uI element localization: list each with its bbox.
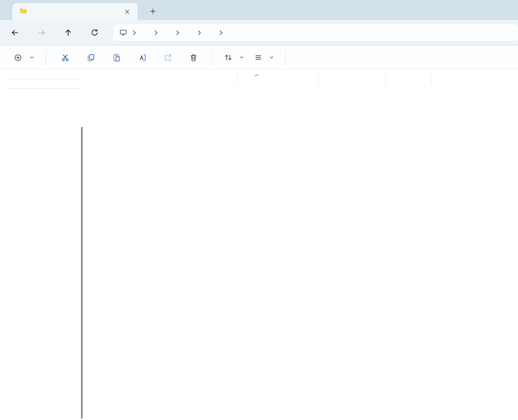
chevron-right-icon xyxy=(151,30,161,35)
toolbar-divider xyxy=(285,51,286,64)
chevron-right-icon xyxy=(130,30,139,35)
delete-button[interactable] xyxy=(180,50,206,65)
sidebar-scrollbar[interactable] xyxy=(81,127,83,419)
refresh-icon xyxy=(91,29,99,37)
copy-icon xyxy=(87,53,95,62)
tab-htdocs[interactable] xyxy=(12,3,138,20)
navigation-bar xyxy=(0,20,518,45)
back-button[interactable] xyxy=(7,25,23,41)
copy-button[interactable] xyxy=(78,50,104,65)
folder-icon xyxy=(19,7,27,16)
paste-button[interactable] xyxy=(104,50,129,65)
file-explorer-window xyxy=(0,0,518,420)
this-pc-icon xyxy=(119,29,127,36)
new-tab-button[interactable] xyxy=(146,5,159,17)
chevron-right-icon xyxy=(195,30,204,35)
address-bar[interactable] xyxy=(113,24,518,41)
command-toolbar xyxy=(0,45,518,70)
chevron-down-icon xyxy=(239,55,244,60)
share-icon xyxy=(164,53,172,62)
column-divider[interactable] xyxy=(238,74,238,84)
file-list xyxy=(88,70,518,420)
rename-icon xyxy=(138,53,146,62)
arrow-left-icon xyxy=(11,29,19,37)
scissors-icon xyxy=(61,53,69,62)
refresh-button[interactable] xyxy=(87,25,103,41)
chevron-right-icon xyxy=(216,30,226,35)
navigation-pane xyxy=(0,70,88,420)
share-button[interactable] xyxy=(155,50,180,65)
arrow-up-icon xyxy=(64,29,72,37)
sort-icon xyxy=(224,53,232,61)
new-button[interactable] xyxy=(9,50,39,65)
sidebar-divider xyxy=(6,80,80,80)
clipboard-icon xyxy=(112,53,121,62)
sidebar-divider xyxy=(6,88,80,89)
tab-bar xyxy=(0,0,518,20)
chevron-down-icon xyxy=(269,55,274,60)
column-divider[interactable] xyxy=(386,74,386,84)
up-button[interactable] xyxy=(60,25,76,41)
column-headers xyxy=(88,70,518,87)
sort-ascending-icon xyxy=(254,70,259,78)
breadcrumb-item-este-equipo[interactable] xyxy=(142,31,149,34)
breadcrumb-item-htdocs[interactable] xyxy=(207,31,214,34)
toolbar-divider xyxy=(212,51,213,64)
trash-icon xyxy=(189,53,198,62)
sort-button[interactable] xyxy=(219,50,249,65)
view-list-icon xyxy=(254,53,262,61)
breadcrumb-item-xampp[interactable] xyxy=(185,31,192,34)
plus-icon xyxy=(150,8,156,14)
breadcrumb-item-os-c[interactable] xyxy=(163,31,170,34)
column-divider[interactable] xyxy=(318,74,318,84)
column-divider[interactable] xyxy=(431,74,431,84)
plus-circle-icon xyxy=(14,54,22,61)
view-button[interactable] xyxy=(249,50,279,65)
forward-button[interactable] xyxy=(34,25,50,41)
rename-button[interactable] xyxy=(129,50,155,65)
arrow-right-icon xyxy=(38,29,46,37)
chevron-right-icon xyxy=(173,30,182,35)
cut-button[interactable] xyxy=(52,50,78,65)
close-tab-icon[interactable] xyxy=(122,6,132,17)
toolbar-divider xyxy=(46,51,46,64)
chevron-down-icon xyxy=(30,55,34,60)
